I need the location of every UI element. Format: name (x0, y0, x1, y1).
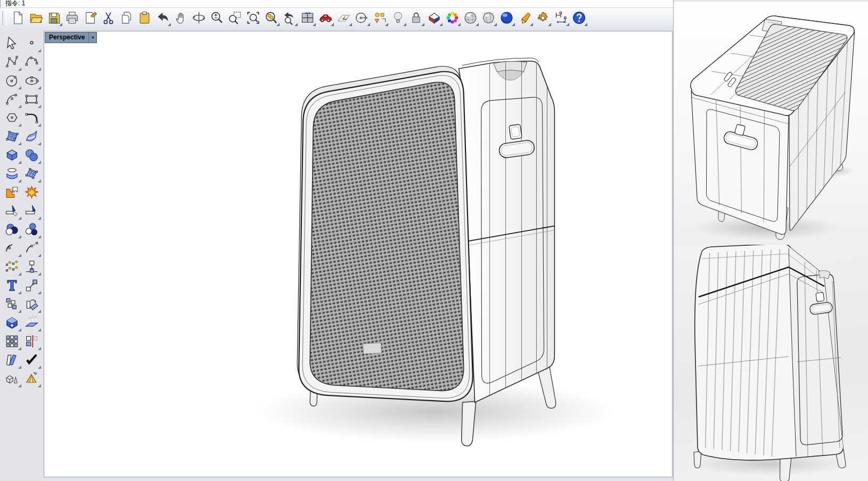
check-button[interactable] (22, 351, 42, 369)
ellipse-button[interactable] (22, 71, 42, 90)
arc-icon (4, 92, 20, 107)
command-bar[interactable]: 指令: 1 (0, 0, 673, 8)
render-sphere-button[interactable] (497, 9, 515, 27)
rotate-view-button[interactable] (190, 9, 208, 27)
boolean-puzzle-button[interactable] (2, 183, 22, 202)
open-file-button[interactable] (27, 9, 45, 27)
toolbar-grip-icon (2, 11, 6, 26)
patch-surface-button[interactable] (22, 127, 42, 146)
boolean-union-button[interactable] (2, 220, 22, 239)
network-surface-button[interactable] (22, 164, 42, 183)
viewport-tab[interactable]: Perspective ▼ (45, 32, 97, 43)
dimension-button[interactable] (552, 9, 570, 27)
fillet-curve-button[interactable] (2, 239, 22, 258)
new-document-button[interactable] (9, 9, 27, 27)
split-button[interactable] (22, 202, 42, 220)
point-button[interactable] (22, 34, 42, 53)
undo-view-button[interactable] (280, 9, 298, 27)
curve-tools-button[interactable] (2, 351, 22, 369)
control-points-button[interactable] (2, 258, 22, 276)
trim-button[interactable] (2, 202, 22, 220)
undo-button[interactable] (153, 9, 171, 27)
explode-button[interactable] (22, 183, 42, 202)
wireframe-sphere-button[interactable] (479, 9, 497, 27)
pyramid-button[interactable] (22, 369, 42, 388)
rear-latch (816, 292, 824, 302)
zoom-window-button[interactable] (226, 9, 244, 27)
lamp-button[interactable] (389, 9, 407, 27)
cplane-button[interactable] (334, 9, 353, 27)
split-icon (24, 203, 39, 219)
polygon-button[interactable] (2, 109, 22, 127)
mirror-button[interactable] (22, 332, 42, 351)
point-icon (24, 36, 39, 51)
curve-button[interactable] (22, 53, 42, 71)
paste-button[interactable] (135, 9, 153, 27)
dropdown-corner-icon (38, 142, 41, 145)
perspective-viewport[interactable]: Perspective ▼ (44, 31, 673, 477)
zoom-dynamic-icon (210, 11, 224, 25)
boolean-difference-button[interactable] (22, 220, 42, 239)
dropdown-corner-icon (38, 123, 41, 127)
viewport-layout-button[interactable] (298, 9, 316, 27)
model-side-panel (459, 58, 555, 402)
shaded-sphere-button[interactable] (461, 9, 479, 27)
corner-curve-button[interactable] (22, 109, 42, 127)
zoom-dynamic-button[interactable] (208, 9, 226, 27)
text-button[interactable] (2, 276, 22, 295)
array-button[interactable] (2, 332, 22, 351)
rotate-button[interactable] (22, 295, 42, 313)
zoom-selected-button[interactable] (262, 9, 280, 27)
curve-icon (24, 54, 39, 70)
zoom-extents-button[interactable] (244, 9, 262, 27)
help-button[interactable] (570, 9, 588, 27)
pie-slice-button[interactable] (425, 9, 443, 27)
viewport-dropdown-icon[interactable]: ▼ (88, 32, 96, 43)
dropdown-corner-icon (38, 272, 41, 276)
box-button[interactable] (2, 146, 22, 164)
copy-button[interactable] (117, 9, 135, 27)
dropdown-corner-icon (18, 310, 21, 313)
workspace: Perspective ▼ (0, 28, 673, 481)
boolean-puzzle-icon (4, 185, 20, 200)
copy-objects-button[interactable] (2, 295, 22, 313)
sphere-icon (24, 147, 39, 163)
circle-button[interactable] (2, 71, 22, 90)
circle-center-button[interactable] (353, 9, 371, 27)
car-button[interactable] (316, 9, 334, 27)
select-arrow-button[interactable] (2, 34, 22, 53)
primitives-button[interactable] (2, 369, 22, 388)
export-notes-button[interactable] (81, 9, 99, 27)
arc-button[interactable] (2, 90, 22, 109)
sphere-button[interactable] (22, 146, 42, 164)
dropdown-corner-icon (18, 254, 21, 257)
dropdown-corner-icon (38, 328, 41, 331)
boolean-union-icon (4, 222, 20, 237)
surface-plane-button[interactable] (2, 127, 22, 146)
rotate-icon (24, 296, 39, 312)
revolve-icon (4, 166, 20, 181)
blend-curve-button[interactable] (22, 239, 42, 258)
cut-button[interactable] (99, 9, 117, 27)
polyline-button[interactable] (2, 53, 22, 71)
selection-filter-button[interactable] (371, 9, 389, 27)
color-wheel-button[interactable] (443, 9, 461, 27)
revolve-button[interactable] (2, 164, 22, 183)
dropdown-corner-icon (385, 23, 388, 26)
rectangle-button[interactable] (22, 90, 42, 109)
spotlight-button[interactable] (515, 9, 534, 27)
dropdown-corner-icon (331, 23, 334, 26)
extrude-button[interactable] (22, 313, 42, 332)
dropdown-corner-icon (494, 23, 497, 26)
move-button[interactable] (22, 276, 42, 295)
solid-tools-button[interactable] (2, 313, 22, 332)
dropdown-corner-icon (548, 23, 551, 26)
gear-button[interactable] (534, 9, 552, 27)
lock-button[interactable] (407, 9, 425, 27)
print-button[interactable] (63, 9, 81, 27)
side-latch (509, 124, 522, 139)
air-purifier-3d-model-perspective[interactable] (44, 31, 672, 477)
pan-view-button[interactable] (171, 9, 190, 27)
save-button[interactable] (45, 9, 63, 27)
project-button[interactable] (22, 258, 42, 276)
